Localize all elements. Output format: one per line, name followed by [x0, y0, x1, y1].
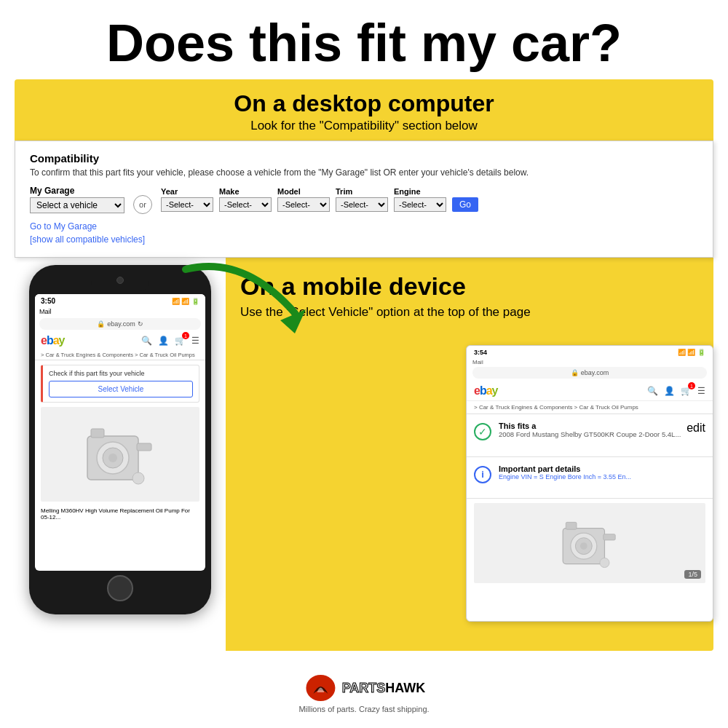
important-heading: Important part details	[499, 464, 631, 473]
svg-rect-11	[566, 523, 577, 530]
after-menu-icon[interactable]: ☰	[697, 386, 705, 396]
mobile-section-right: On a mobile device Use the "Select Vehic…	[226, 258, 713, 651]
important-row: i Important part details Engine VIN = S …	[467, 457, 713, 499]
brand-parts-text: PARTS	[342, 681, 386, 696]
desktop-subheading: Look for the "Compatibility" section bel…	[29, 119, 699, 133]
after-signal-icons: 📶 📶 🔋	[678, 349, 705, 356]
my-garage-label: My Garage	[30, 186, 124, 196]
edit-link[interactable]: edit	[687, 422, 705, 435]
check-vehicle-text: Check if this part fits your vehicle	[49, 370, 193, 377]
go-button[interactable]: Go	[452, 197, 478, 212]
model-dropdown[interactable]: -Select-	[277, 197, 330, 212]
lock-icon: 🔒	[97, 320, 105, 328]
brand-tagline: Millions of parts. Crazy fast shipping.	[298, 705, 429, 713]
ebay-logo-before: ebay	[41, 334, 65, 347]
fits-detail: 2008 Ford Mustang Shelby GT500KR Coupe 2…	[499, 430, 681, 439]
after-url: ebay.com	[581, 369, 609, 376]
after-search-icon[interactable]: 🔍	[647, 386, 658, 396]
after-product-image: 1/5	[474, 503, 705, 583]
main-title: Does this fit my car?	[0, 0, 728, 79]
after-ebay-icons: 🔍 👤 🛒1 ☰	[647, 386, 705, 396]
engine-label: Engine	[394, 187, 446, 196]
mobile-subheading: Use the "Select Vehicle" option at the t…	[240, 304, 695, 320]
image-badge: 1/5	[684, 570, 701, 579]
brand-hawk-text: HAWK	[385, 681, 425, 696]
select-vehicle-dropdown[interactable]: Select a vehicle	[30, 197, 124, 213]
phone-mail: 📶 📶 🔋	[172, 298, 199, 305]
menu-icon[interactable]: ☰	[191, 336, 199, 346]
cart-icon[interactable]: 🛒1	[175, 336, 186, 346]
brand-logo: PARTS HAWK	[298, 672, 429, 705]
compat-desc: To confirm that this part fits your vehi…	[30, 167, 698, 178]
select-vehicle-button[interactable]: Select Vehicle	[49, 381, 193, 397]
phone-home-button[interactable]	[107, 575, 133, 601]
phone-product-title: Melling M360HV High Volume Replacement O…	[35, 505, 205, 522]
phone-address: ebay.com	[107, 320, 135, 328]
go-to-garage-link[interactable]: Go to My Garage	[30, 220, 698, 233]
mobile-heading: On a mobile device	[240, 272, 695, 301]
year-dropdown[interactable]: -Select-	[161, 197, 213, 212]
engine-dropdown[interactable]: -Select-	[394, 197, 446, 212]
fits-heading: This fits a	[499, 422, 681, 430]
phone-address-bar[interactable]: 🔒 ebay.com ↻	[39, 318, 201, 330]
desktop-section: On a desktop computer Look for the "Comp…	[15, 79, 713, 141]
check-vehicle-box: Check if this part fits your vehicle Sel…	[41, 365, 199, 403]
svg-rect-4	[91, 429, 104, 438]
or-divider: or	[133, 195, 152, 214]
svg-rect-12	[604, 534, 615, 540]
after-cart-icon[interactable]: 🛒1	[681, 386, 692, 396]
ebay-nav-icons: 🔍 👤 🛒1 ☰	[141, 336, 199, 346]
svg-point-13	[600, 558, 609, 568]
info-icon: i	[474, 466, 491, 483]
desktop-heading: On a desktop computer	[29, 90, 699, 117]
phone-product-image	[41, 407, 199, 502]
after-account-icon[interactable]: 👤	[664, 386, 675, 396]
phone-before-mockup: 3:50 📶 📶 🔋 Mail 🔒 ebay.com ↻ ebay 🔍	[15, 243, 226, 651]
after-time: 3:54	[474, 349, 487, 356]
refresh-icon: ↻	[138, 320, 143, 328]
phone-time: 3:50	[41, 297, 55, 305]
after-lock-icon: 🔒	[571, 369, 579, 376]
compat-title: Compatibility	[30, 152, 698, 165]
after-mail: Mail	[467, 359, 713, 367]
trim-label: Trim	[336, 187, 388, 196]
account-icon[interactable]: 👤	[158, 336, 169, 346]
after-breadcrumb: > Car & Truck Engines & Components > Car…	[467, 401, 713, 414]
search-icon[interactable]: 🔍	[141, 336, 152, 346]
after-ebay-header: ebay 🔍 👤 🛒1 ☰	[467, 381, 713, 401]
hawk-logo-icon	[303, 672, 339, 705]
phone-breadcrumb: > Car & Truck Engines & Components > Car…	[35, 350, 205, 360]
svg-point-3	[108, 454, 117, 462]
ebay-logo-after: ebay	[474, 384, 498, 397]
make-dropdown[interactable]: -Select-	[219, 197, 272, 212]
parts-hawk-branding: PARTS HAWK Millions of parts. Crazy fast…	[298, 672, 429, 719]
svg-point-10	[580, 542, 587, 550]
svg-rect-5	[137, 443, 151, 451]
make-label: Make	[219, 187, 272, 196]
model-label: Model	[277, 187, 330, 196]
compatibility-card: Compatibility To confirm that this part …	[15, 141, 713, 258]
fits-row: ✓ This fits a 2008 Ford Mustang Shelby G…	[467, 414, 713, 456]
important-detail: Engine VIN = S Engine Bore Inch = 3.55 E…	[499, 473, 631, 482]
svg-point-6	[132, 472, 144, 484]
year-label: Year	[161, 187, 213, 196]
after-address-bar[interactable]: 🔒 ebay.com	[472, 367, 707, 379]
checkmark-icon: ✓	[474, 423, 491, 440]
phone-after-screen: 3:54 📶 📶 🔋 Mail 🔒 ebay.com ebay 🔍 👤 🛒1	[466, 345, 713, 622]
phone-mail-label: Mail	[35, 308, 205, 317]
trim-dropdown[interactable]: -Select-	[336, 197, 388, 212]
